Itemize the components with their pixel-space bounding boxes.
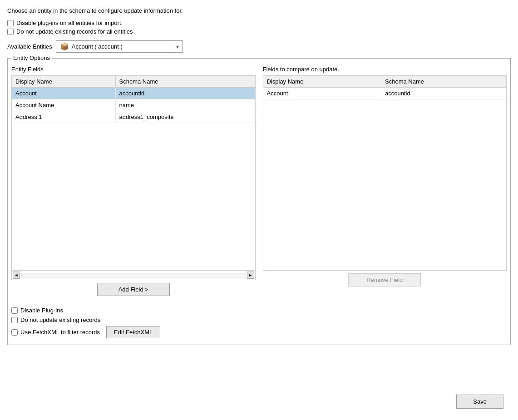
disable-plugins-entity-checkbox[interactable] — [11, 307, 18, 314]
left-table-container[interactable]: Display Name Schema Name Accountaccounti… — [11, 75, 256, 271]
two-panel-layout: Entity Fields Display Name Schema Name A… — [11, 66, 507, 296]
left-cell-display-name: Address 1 — [12, 111, 115, 123]
left-cell-schema-name: address1_composite — [115, 111, 255, 123]
entity-dropdown-text: Account ( account ) — [72, 43, 173, 50]
disable-plugins-global-label: Disable plug-ins on all entities for imp… — [16, 20, 123, 26]
use-fetchxml-label: Use FetchXML to filter records — [20, 329, 100, 336]
remove-field-button[interactable]: Remove Field — [348, 273, 421, 287]
available-entities-row: Available Entities 📦 Account ( account )… — [7, 40, 511, 53]
left-col-schema-name: Schema Name — [115, 76, 255, 88]
right-table: Display Name Schema Name Accountaccounti… — [263, 76, 507, 99]
left-table-body: AccountaccountidAccount NamenameAddress … — [12, 88, 255, 123]
entity-options-legend: Entity Options — [11, 54, 52, 61]
right-panel: Fields to compare on update. Display Nam… — [263, 66, 507, 296]
do-not-update-entity-label: Do not update existing records — [20, 316, 100, 323]
right-table-row[interactable]: Accountaccountid — [263, 88, 506, 99]
left-cell-schema-name: name — [115, 99, 255, 111]
do-not-update-global-checkbox[interactable] — [7, 29, 14, 35]
entity-options-group: Entity Options Entity Fields Display Nam… — [7, 58, 511, 345]
available-entities-label: Available Entities — [7, 43, 52, 50]
disable-plugins-global-row: Disable plug-ins on all entities for imp… — [7, 20, 511, 26]
do-not-update-global-row: Do not update existing records for all e… — [7, 28, 511, 35]
disable-plugins-entity-label: Disable Plug-ins — [20, 307, 63, 314]
add-field-button-row: Add Field > — [11, 283, 256, 296]
left-table-header-row: Display Name Schema Name — [12, 76, 255, 88]
left-col-display-name: Display Name — [12, 76, 115, 88]
do-not-update-global-label: Do not update existing records for all e… — [16, 28, 133, 35]
intro-text: Choose an entity in the schema to config… — [7, 7, 511, 14]
left-panel: Entity Fields Display Name Schema Name A… — [11, 66, 256, 296]
bottom-options: Disable Plug-ins Do not update existing … — [11, 303, 507, 338]
left-cell-display-name: Account Name — [12, 99, 115, 111]
chevron-down-icon: ▾ — [176, 44, 179, 50]
page-container: Choose an entity in the schema to config… — [7, 7, 511, 416]
left-scroll-track — [21, 273, 246, 277]
edit-fetchxml-button[interactable]: Edit FetchXML — [106, 326, 160, 338]
left-table-row[interactable]: Accountaccountid — [12, 88, 255, 99]
do-not-update-entity-checkbox[interactable] — [11, 317, 18, 323]
right-col-schema-name: Schema Name — [381, 76, 506, 88]
left-cell-schema-name: accountid — [115, 88, 255, 99]
left-scroll-right-btn[interactable]: ► — [247, 272, 254, 279]
save-button[interactable]: Save — [456, 395, 503, 409]
add-field-button[interactable]: Add Field > — [97, 283, 170, 296]
entity-options-content: Entity Fields Display Name Schema Name A… — [11, 62, 507, 338]
right-table-header-row: Display Name Schema Name — [263, 76, 506, 88]
footer: Save — [456, 395, 503, 409]
right-cell-display-name: Account — [263, 88, 381, 99]
left-panel-title: Entity Fields — [11, 66, 256, 73]
left-table-row[interactable]: Account Namename — [12, 99, 255, 111]
entity-dropdown[interactable]: 📦 Account ( account ) ▾ — [56, 40, 183, 53]
left-scroll-left-btn[interactable]: ◄ — [13, 272, 20, 279]
remove-field-button-row: Remove Field — [263, 273, 507, 287]
right-table-container[interactable]: Display Name Schema Name Accountaccounti… — [263, 75, 507, 271]
use-fetchxml-checkbox[interactable] — [11, 329, 18, 336]
use-fetchxml-row: Use FetchXML to filter records Edit Fetc… — [11, 326, 507, 338]
left-cell-display-name: Account — [12, 88, 115, 99]
disable-plugins-entity-row: Disable Plug-ins — [11, 307, 507, 314]
left-table-row[interactable]: Address 1address1_composite — [12, 111, 255, 123]
right-panel-title: Fields to compare on update. — [263, 66, 507, 73]
right-cell-schema-name: accountid — [381, 88, 506, 99]
left-table: Display Name Schema Name Accountaccounti… — [12, 76, 255, 123]
entity-icon: 📦 — [60, 42, 69, 51]
right-table-body: Accountaccountid — [263, 88, 506, 99]
left-scrollbar-row: ◄ ► — [11, 271, 256, 280]
do-not-update-entity-row: Do not update existing records — [11, 316, 507, 323]
disable-plugins-global-checkbox[interactable] — [7, 20, 14, 26]
right-col-display-name: Display Name — [263, 76, 381, 88]
